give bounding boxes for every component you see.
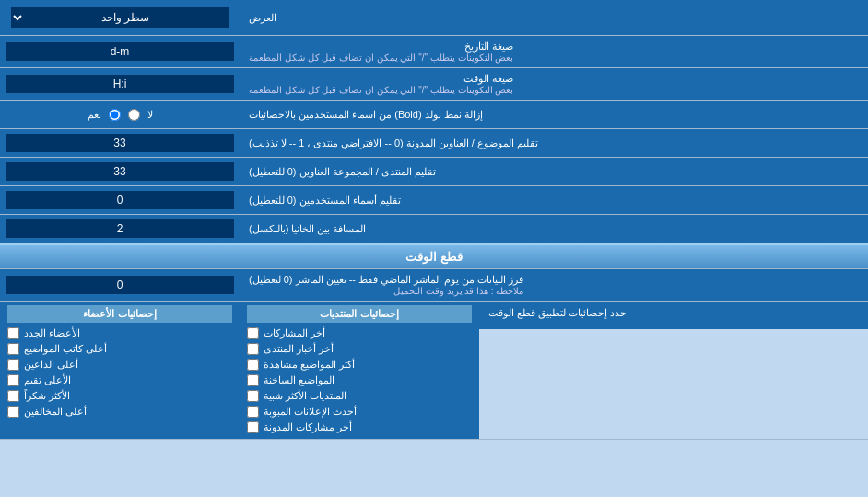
checkbox-item: أخر المشاركات (247, 325, 472, 341)
checkbox-item: أكثر المواضيع مشاهدة (247, 357, 472, 373)
member-stats-header: إحصائيات الأعضاء (7, 305, 232, 323)
time-format-row: صيغة الوقت بعض التكوينات يتطلب "/" التي … (0, 68, 868, 101)
col-spacing-label: المسافة بين الخانيا (بالبكسل) (240, 215, 868, 243)
date-format-input[interactable] (6, 42, 234, 61)
checkbox-item: أخر أخبار المنتدى (247, 341, 472, 357)
checkbox-item: المواضيع الساخنة (247, 373, 472, 388)
bold-remove-row: إزالة نمط بولد (Bold) من اسماء المستخدمي… (0, 101, 868, 129)
cb-most-thanked[interactable] (7, 390, 19, 402)
date-format-label: صيغة التاريخ بعض التكوينات يتطلب "/" الت… (240, 36, 868, 67)
cb-blog-posts[interactable] (247, 421, 259, 433)
limit-label: حدد إحصائيات لتطبيق قطع الوقت (479, 302, 868, 329)
bold-remove-radio-cell: لا نعم (0, 101, 240, 128)
topic-title-label: تقليم الموضوع / العناوين المدونة (0 -- ا… (240, 129, 868, 157)
checkboxes-row: حدد إحصائيات لتطبيق قطع الوقت إحصائيات ا… (0, 302, 868, 440)
cb-most-viewed[interactable] (247, 359, 259, 371)
bold-yes-radio[interactable] (109, 109, 121, 121)
time-cutoff-row: فرز البيانات من يوم الماشر الماضي فقط --… (0, 269, 868, 302)
display-row: العرض سطر واحد عدة سطور (0, 0, 868, 36)
cb-popular-forums[interactable] (247, 390, 259, 402)
cb-latest-ads[interactable] (247, 406, 259, 418)
display-input-cell: سطر واحد عدة سطور (0, 0, 240, 35)
forum-title-input[interactable] (6, 162, 234, 181)
time-format-label: صيغة الوقت بعض التكوينات يتطلب "/" التي … (240, 68, 868, 100)
checkbox-item: أحدث الإعلانات المبوبة (247, 404, 472, 420)
date-format-row: صيغة التاريخ بعض التكوينات يتطلب "/" الت… (0, 36, 868, 68)
display-label: العرض (240, 4, 868, 31)
member-stats-col: إحصائيات الأعضاء الأعضاء الجدد أعلى كاتب… (0, 302, 240, 439)
checkbox-item: الأعضاء الجدد (7, 325, 232, 341)
time-format-input-cell (0, 68, 240, 100)
time-format-input[interactable] (6, 75, 234, 93)
bold-remove-label: إزالة نمط بولد (Bold) من اسماء المستخدمي… (240, 101, 868, 128)
usernames-input-cell (0, 186, 240, 214)
checkbox-item: الأعلى تقيم (7, 373, 232, 388)
topic-title-input-cell (0, 129, 240, 157)
cb-hot-topics[interactable] (247, 374, 259, 386)
time-cutoff-label: فرز البيانات من يوم الماشر الماضي فقط --… (240, 269, 868, 301)
topic-title-row: تقليم الموضوع / العناوين المدونة (0 -- ا… (0, 129, 868, 158)
date-format-input-cell (0, 36, 240, 67)
forum-stats-header: إحصائيات المنتديات (247, 305, 472, 323)
checkbox-item: المنتديات الأكثر شبية (247, 388, 472, 404)
time-cutoff-header: قطع الوقت (0, 243, 868, 269)
checkbox-item: أعلى كاتب المواضيع (7, 341, 232, 357)
col-spacing-input-cell (0, 215, 240, 243)
cb-top-warned[interactable] (7, 406, 19, 418)
cb-forum-news[interactable] (247, 343, 259, 355)
cb-new-members[interactable] (7, 327, 19, 339)
topic-title-input[interactable] (6, 134, 234, 152)
col-spacing-row: المسافة بين الخانيا (بالبكسل) (0, 215, 868, 243)
time-cutoff-input-cell (0, 269, 240, 301)
forum-stats-col: إحصائيات المنتديات أخر المشاركات أخر أخب… (240, 302, 479, 439)
display-select[interactable]: سطر واحد عدة سطور (11, 7, 229, 28)
checkbox-item: أعلى الداعين (7, 357, 232, 373)
checkbox-item: أخر مشاركات المدونة (247, 420, 472, 435)
col-spacing-input[interactable] (6, 219, 234, 238)
forum-title-label: تقليم المنتدى / المجموعة العناوين (0 للت… (240, 158, 868, 185)
bold-yes-label: لا (147, 109, 153, 121)
cb-top-rated[interactable] (7, 374, 19, 386)
cb-last-posts[interactable] (247, 327, 259, 339)
forum-title-row: تقليم المنتدى / المجموعة العناوين (0 للت… (0, 158, 868, 186)
usernames-row: تقليم أسماء المستخدمين (0 للتعطيل) (0, 186, 868, 215)
checkbox-item: أعلى المخالفين (7, 404, 232, 420)
bold-no-radio[interactable] (128, 109, 140, 121)
cb-top-poster[interactable] (7, 343, 19, 355)
time-cutoff-input[interactable] (6, 276, 234, 294)
bold-no-label: نعم (88, 109, 101, 121)
usernames-input[interactable] (6, 191, 234, 209)
cb-top-referrers[interactable] (7, 359, 19, 371)
usernames-label: تقليم أسماء المستخدمين (0 للتعطيل) (240, 186, 868, 214)
forum-title-input-cell (0, 158, 240, 185)
checkbox-item: الأكثر شكراً (7, 388, 232, 404)
